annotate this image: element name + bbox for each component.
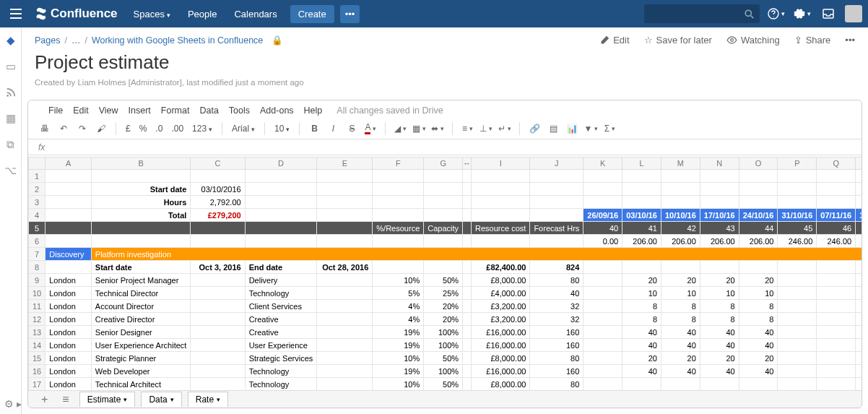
cell[interactable]: 43	[700, 222, 739, 235]
inbox-icon[interactable]	[819, 4, 838, 23]
row-header[interactable]: 8	[29, 261, 45, 274]
cell[interactable]	[463, 287, 472, 300]
cell[interactable]	[91, 222, 191, 235]
menu-help[interactable]: Help	[304, 105, 323, 116]
row-header[interactable]: 2	[29, 183, 45, 196]
save-later-button[interactable]: ☆ Save for later	[644, 35, 712, 46]
sb-branch-icon[interactable]: ⌥	[4, 163, 18, 178]
cell[interactable]	[778, 196, 817, 209]
col-header[interactable]: F	[373, 158, 424, 170]
text-color-icon[interactable]: A	[364, 122, 377, 135]
cell[interactable]: London	[45, 378, 92, 391]
menu-format[interactable]: Format	[161, 105, 190, 116]
cell[interactable]	[424, 235, 463, 248]
cell[interactable]	[583, 378, 622, 391]
cell[interactable]	[856, 365, 862, 378]
cell[interactable]: London	[45, 287, 92, 300]
crumb-current[interactable]: Working with Google Sheets in Confluence	[92, 35, 263, 46]
cell[interactable]: 100%	[424, 365, 463, 378]
cell[interactable]: 80	[530, 352, 583, 365]
cell[interactable]	[530, 170, 583, 183]
cell[interactable]	[856, 287, 862, 300]
cell[interactable]: 8	[622, 313, 661, 326]
cell[interactable]	[317, 326, 373, 339]
cell[interactable]	[817, 183, 856, 196]
cell[interactable]: End date	[245, 261, 317, 274]
global-settings-icon[interactable]: ⚙ ▸	[4, 398, 22, 410]
add-sheet-button[interactable]: +	[37, 393, 52, 406]
cell[interactable]	[583, 183, 622, 196]
cell[interactable]: £4,000.00	[472, 287, 530, 300]
cell[interactable]	[661, 170, 700, 183]
cell[interactable]: 40	[622, 365, 661, 378]
cell[interactable]: 26/09/16	[583, 209, 622, 222]
cell[interactable]: 40	[700, 365, 739, 378]
cell[interactable]	[778, 183, 817, 196]
cell[interactable]	[778, 326, 817, 339]
chart-icon[interactable]: 📊	[565, 122, 578, 135]
cell[interactable]	[856, 183, 862, 196]
cell[interactable]: 40	[739, 326, 778, 339]
cell[interactable]: 10	[661, 287, 700, 300]
cell[interactable]: 8	[700, 300, 739, 313]
page-more-button[interactable]: •••	[845, 35, 855, 46]
cell[interactable]: £8,000.00	[472, 274, 530, 287]
cell[interactable]	[317, 209, 373, 222]
col-header[interactable]: M	[661, 158, 700, 170]
cell[interactable]: 46	[817, 222, 856, 235]
cell[interactable]: 20%	[424, 300, 463, 313]
cell[interactable]	[530, 235, 583, 248]
user-avatar[interactable]	[845, 5, 862, 22]
cell[interactable]: 160	[530, 365, 583, 378]
cell[interactable]: Oct 28, 2016	[317, 261, 373, 274]
cell[interactable]: 160	[530, 326, 583, 339]
cell[interactable]: 206.00	[661, 235, 700, 248]
menu-addons[interactable]: Add-ons	[260, 105, 294, 116]
dec-up-button[interactable]: .00	[170, 124, 185, 134]
cell[interactable]: 10%	[373, 378, 424, 391]
cell[interactable]: 41	[622, 222, 661, 235]
cell[interactable]	[530, 209, 583, 222]
cell[interactable]	[778, 274, 817, 287]
cell[interactable]: £8,000.00	[472, 378, 530, 391]
cell[interactable]	[472, 235, 530, 248]
cell[interactable]	[661, 378, 700, 391]
cell[interactable]: Total	[91, 209, 191, 222]
all-sheets-button[interactable]: ≡	[58, 393, 73, 406]
cell[interactable]: £16,000.00	[472, 326, 530, 339]
cell[interactable]	[463, 235, 472, 248]
italic-icon[interactable]: I	[326, 122, 339, 135]
cell[interactable]: 10	[700, 287, 739, 300]
cell[interactable]	[463, 261, 472, 274]
cell[interactable]: 10	[622, 287, 661, 300]
cell[interactable]	[317, 170, 373, 183]
cell[interactable]: Senior Project Manager	[91, 274, 191, 287]
cell[interactable]	[739, 183, 778, 196]
cell[interactable]	[472, 183, 530, 196]
cell[interactable]	[463, 222, 472, 235]
cell[interactable]: 8	[700, 313, 739, 326]
menu-edit[interactable]: Edit	[73, 105, 89, 116]
cell[interactable]: Web Developer	[91, 365, 191, 378]
cell[interactable]: 31/10/16	[778, 209, 817, 222]
cell[interactable]	[817, 326, 856, 339]
cell[interactable]	[191, 352, 245, 365]
create-button[interactable]: Create	[290, 5, 334, 23]
cell[interactable]: Technology	[245, 365, 317, 378]
cell[interactable]	[45, 222, 92, 235]
col-header[interactable]: N	[700, 158, 739, 170]
cell[interactable]	[317, 352, 373, 365]
cell[interactable]: 40	[661, 326, 700, 339]
row-header[interactable]: 11	[29, 300, 45, 313]
cell[interactable]: 206.00	[739, 235, 778, 248]
font-select[interactable]: Arial	[230, 124, 256, 134]
cell[interactable]: 160	[530, 339, 583, 352]
cell[interactable]	[778, 287, 817, 300]
filter-icon[interactable]: ▼	[584, 122, 597, 135]
cell[interactable]: 8	[661, 313, 700, 326]
cell[interactable]: 20	[661, 352, 700, 365]
cell[interactable]	[463, 339, 472, 352]
cell[interactable]: 100%	[424, 339, 463, 352]
col-header[interactable]: K	[583, 158, 622, 170]
fill-color-icon[interactable]: ◢	[394, 122, 407, 135]
